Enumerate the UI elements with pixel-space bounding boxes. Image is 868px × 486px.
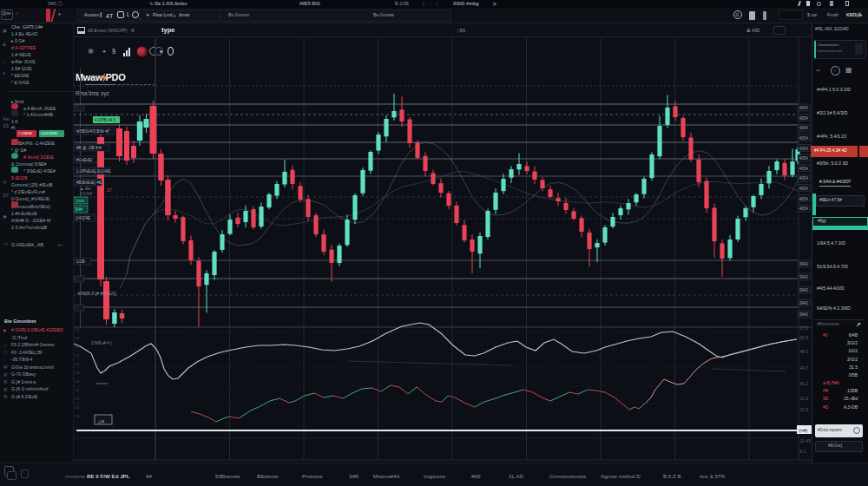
svg-text:40: 40 — [76, 405, 80, 410]
svg-text:52: 52 — [76, 353, 80, 358]
svg-text:54: 54 — [76, 345, 80, 349]
svg-text:46: 46 — [76, 379, 80, 384]
svg-text:1/9/Ev# 4 |: 1/9/Ev# 4 | — [91, 340, 112, 345]
svg-text:10.5: 10.5 — [800, 407, 809, 412]
svg-text:4054: 4054 — [799, 116, 809, 121]
svg-text:4054: 4054 — [799, 106, 809, 110]
svg-text:4054: 4054 — [799, 187, 809, 191]
svg-text:(=#): (=#) — [799, 428, 808, 433]
svg-text:4054: 4054 — [799, 167, 809, 171]
svg-text:△s: △s — [98, 418, 104, 424]
svg-text:4054: 4054 — [799, 126, 809, 130]
svg-text:4054: 4054 — [799, 207, 809, 211]
svg-text:4/9EB 9 |# #M E/Q: 4/9EB 9 |# #M E/Q — [77, 291, 116, 296]
svg-text:1/2B: 1/2B — [76, 259, 84, 264]
svg-text:4054: 4054 — [799, 147, 809, 151]
svg-text:1/4/2/4E: 1/4/2/4E — [76, 216, 90, 220]
svg-text:▲ dm: ▲ dm — [80, 187, 91, 191]
svg-text:3940: 3940 — [799, 312, 809, 317]
svg-text:4.5/4/#: 4.5/4/# — [80, 192, 92, 196]
svg-text:B4#: B4# — [76, 207, 83, 212]
svg-text:4054: 4054 — [799, 156, 809, 161]
svg-text:10.45: 10.45 — [800, 438, 812, 443]
svg-text:17: 17 — [107, 187, 112, 193]
svg-text:44.7: 44.7 — [800, 365, 809, 371]
svg-text:40.2: 40.2 — [800, 381, 809, 386]
svg-text:#B/EvEvE) #E: #B/EvEvE) #E — [76, 181, 102, 185]
svg-text:50: 50 — [76, 362, 80, 366]
svg-text:10.6: 10.6 — [800, 396, 809, 401]
svg-text:58: 58 — [76, 327, 80, 332]
svg-text:38: 38 — [76, 414, 80, 418]
svg-text:#B @, 2|B #,#: #B @, 2|B #,# — [76, 146, 102, 150]
svg-text:4054: 4054 — [799, 136, 809, 141]
svg-text:44: 44 — [76, 388, 80, 392]
svg-text:4.0/PB 44.5: 4.0/PB 44.5 — [95, 118, 115, 122]
svg-text:48.5: 48.5 — [800, 349, 809, 354]
svg-text:50.5: 50.5 — [800, 335, 809, 340]
svg-text:3940: 3940 — [799, 301, 809, 305]
svg-text:1mm: 1mm — [76, 199, 84, 203]
svg-text:8.2: 8.2 — [800, 449, 806, 454]
svg-text:3940: 3940 — [799, 288, 809, 292]
svg-text:3940: 3940 — [799, 262, 809, 266]
svg-text:56: 56 — [76, 336, 80, 340]
svg-text:4054: 4054 — [799, 197, 809, 201]
svg-text:42: 42 — [76, 397, 80, 401]
svg-text:#GvEvE(: #GvEvE( — [76, 158, 93, 162]
svg-text:4054: 4054 — [799, 176, 809, 181]
svg-text:4/5B/G/4/5 B/W #|*: 4/5B/G/4/5 B/W #|* — [76, 129, 110, 134]
svg-text:3940: 3940 — [799, 275, 809, 279]
svg-text:48: 48 — [76, 371, 80, 375]
svg-text:1.0/PvEvE) E/2/4/E: 1.0/PvEvE) E/2/4/E — [76, 169, 110, 174]
svg-text:07.5: 07.5 — [800, 325, 809, 331]
